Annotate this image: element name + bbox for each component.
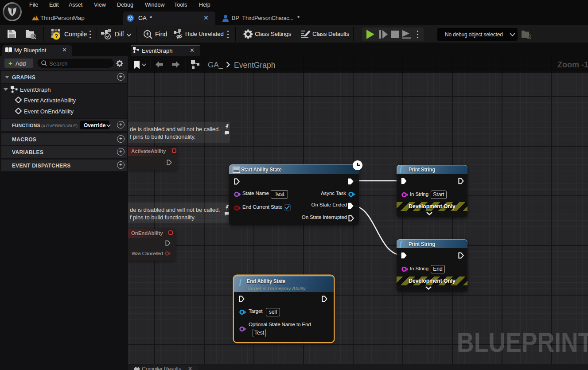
svg-text:?: ? — [55, 33, 58, 39]
